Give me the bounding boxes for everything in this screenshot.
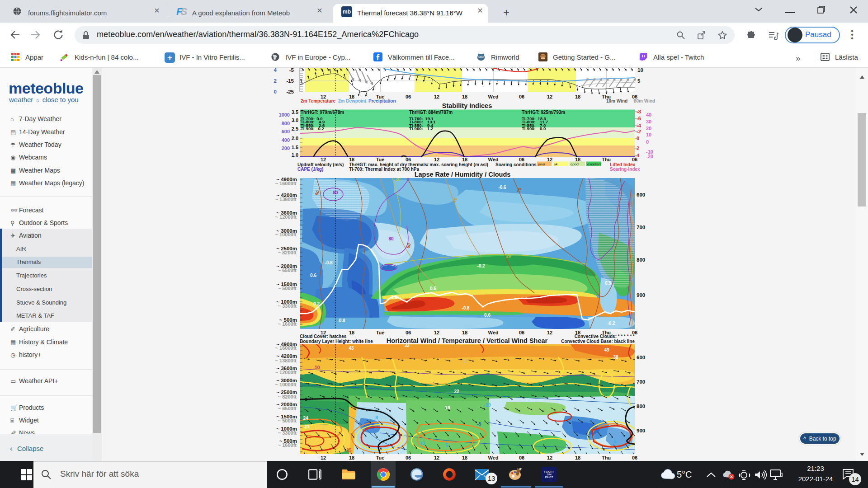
svg-text:~ 13800ft: ~ 13800ft [275, 197, 297, 202]
svg-text:3.0: 3.0 [292, 117, 298, 123]
svg-text:8: 8 [375, 415, 378, 420]
svg-text:5: 5 [613, 439, 616, 444]
svg-text:18: 18 [349, 455, 354, 460]
svg-text:Soaring conditions:: Soaring conditions: [495, 162, 538, 167]
svg-text:600: 600 [637, 355, 645, 360]
svg-text:Thu: Thu [602, 157, 611, 162]
svg-text:80m Wind: 80m Wind [634, 99, 655, 103]
svg-text:Soaring-Index: Soaring-Index [610, 167, 640, 172]
svg-text:10: 10 [646, 132, 651, 137]
svg-text:12: 12 [547, 94, 552, 99]
svg-text:38: 38 [613, 355, 618, 360]
svg-text:Precipitation: Precipitation [368, 99, 396, 103]
svg-text:~ 12000ft: ~ 12000ft [275, 370, 297, 375]
svg-text:600: 600 [282, 129, 290, 134]
svg-text:18: 18 [349, 157, 354, 162]
svg-text:~ 1600ft: ~ 1600ft [278, 442, 297, 448]
svg-text:TI-900: 1.2: TI-900: 1.2 [409, 126, 433, 131]
svg-text:-2: -2 [463, 359, 467, 364]
svg-text:700: 700 [637, 379, 645, 385]
svg-text:~ 10000ft: ~ 10000ft [275, 382, 297, 387]
svg-text:2: 2 [274, 78, 277, 84]
svg-text:12: 12 [547, 455, 552, 460]
svg-text:0: 0 [646, 139, 649, 145]
svg-text:-25: -25 [286, 89, 294, 94]
svg-text:0: 0 [274, 89, 277, 94]
svg-text:200: 200 [282, 145, 290, 151]
svg-text:12: 12 [434, 455, 439, 460]
svg-text:3.5: 3.5 [292, 109, 298, 115]
svg-text:Wed: Wed [488, 455, 498, 460]
svg-text:800: 800 [282, 121, 290, 126]
svg-text:800: 800 [637, 257, 645, 263]
svg-text:~ 5000ft: ~ 5000ft [278, 286, 297, 291]
svg-text:06: 06 [519, 94, 524, 99]
svg-text:poor: poor [538, 162, 545, 166]
svg-text:800: 800 [637, 404, 645, 409]
svg-text:15: 15 [346, 448, 352, 453]
svg-text:06: 06 [406, 94, 411, 99]
svg-text:18: 18 [462, 330, 467, 335]
svg-text:12: 12 [321, 455, 326, 460]
svg-text:~ 3300ft: ~ 3300ft [278, 303, 297, 309]
svg-text:06: 06 [632, 455, 637, 460]
svg-text:0.6: 0.6 [484, 313, 491, 318]
svg-text:Lifted Index: Lifted Index [610, 162, 636, 167]
svg-text:excellent: excellent [587, 162, 602, 166]
svg-text:30: 30 [646, 119, 651, 124]
svg-text:good: good [571, 162, 579, 166]
svg-text:Wed: Wed [488, 157, 498, 162]
svg-text:400: 400 [282, 137, 290, 143]
svg-text:-0.8: -0.8 [325, 260, 333, 265]
svg-text:06: 06 [519, 330, 524, 335]
svg-text:-10: -10 [484, 403, 491, 408]
svg-text:Tue: Tue [376, 330, 385, 335]
svg-text:18: 18 [575, 455, 580, 460]
svg-text:12: 12 [321, 157, 326, 162]
svg-text:~ 12000ft: ~ 12000ft [275, 214, 297, 220]
svg-text:~ 1600ft: ~ 1600ft [278, 321, 297, 327]
svg-text:12: 12 [547, 157, 552, 162]
svg-text:18: 18 [575, 94, 580, 99]
svg-text:ThrHGT: 979m/678m: ThrHGT: 979m/678m [301, 110, 344, 115]
svg-text:-0.2: -0.2 [477, 263, 485, 268]
svg-text:Updraft velocity (m/s): Updraft velocity (m/s) [297, 162, 344, 167]
svg-text:18: 18 [349, 330, 354, 335]
svg-text:~ 16000ft: ~ 16000ft [275, 181, 297, 186]
svg-text:06: 06 [406, 157, 411, 162]
svg-text:Tue: Tue [376, 455, 385, 460]
svg-text:ThrHGT: max. height of dry the: ThrHGT: max. height of dry thermals/ max… [349, 162, 488, 167]
svg-text:1000: 1000 [279, 112, 290, 117]
svg-text:-20: -20 [646, 154, 653, 159]
svg-text:Cloud Cover: hatches: Cloud Cover: hatches [300, 334, 347, 339]
svg-text:1.0: 1.0 [292, 152, 298, 158]
svg-text:19: 19 [445, 405, 450, 410]
svg-text:49: 49 [604, 347, 609, 352]
svg-text:43: 43 [349, 346, 354, 351]
svg-text:~ 8200ft: ~ 8200ft [278, 250, 297, 255]
svg-text:12: 12 [434, 157, 439, 162]
svg-text:10: 10 [420, 441, 425, 446]
svg-text:80: 80 [388, 236, 394, 241]
svg-text:2m Temperature: 2m Temperature [301, 99, 336, 103]
svg-text:~ 13800ft: ~ 13800ft [275, 358, 297, 363]
svg-text:1.5: 1.5 [292, 145, 298, 150]
svg-text:~ 10000ft: ~ 10000ft [275, 232, 297, 237]
svg-text:~ 8200ft: ~ 8200ft [278, 394, 297, 399]
svg-text:18: 18 [462, 94, 467, 99]
svg-text:TI-900: 0.0: TI-900: 0.0 [522, 126, 546, 131]
svg-text:ThrHGT: 884m/787m: ThrHGT: 884m/787m [409, 110, 453, 115]
svg-text:700: 700 [637, 225, 645, 230]
svg-text:-5: -5 [289, 68, 294, 73]
svg-text:10: 10 [637, 68, 643, 73]
svg-text:600: 600 [637, 192, 645, 197]
svg-text:4: 4 [274, 68, 277, 73]
svg-text:12: 12 [434, 94, 439, 99]
svg-text:-0.2: -0.2 [607, 321, 615, 326]
svg-text:-0.8: -0.8 [462, 305, 470, 310]
svg-text:0.5: 0.5 [430, 286, 436, 291]
svg-text:5: 5 [445, 443, 448, 448]
svg-text:06: 06 [632, 157, 637, 162]
svg-text:-0.6: -0.6 [498, 185, 506, 190]
svg-text:0: 0 [305, 397, 307, 402]
